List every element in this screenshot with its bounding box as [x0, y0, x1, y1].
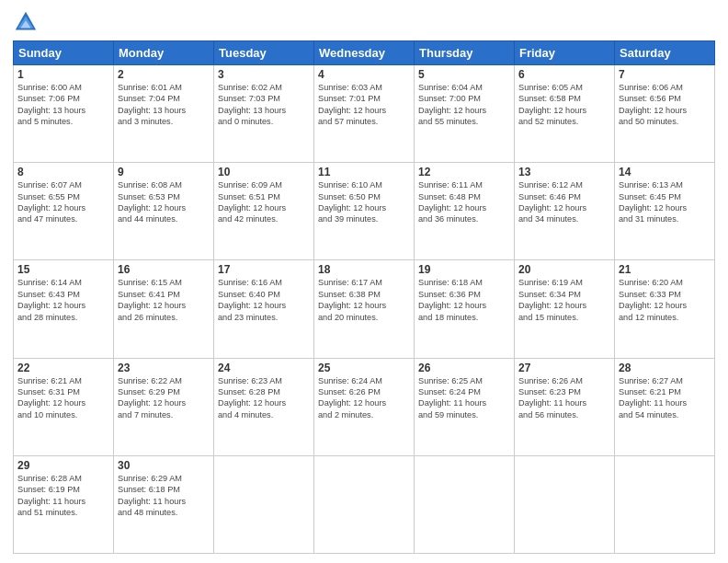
calendar-header-saturday: Saturday	[615, 41, 715, 65]
day-info: Sunrise: 6:26 AM Sunset: 6:23 PM Dayligh…	[518, 375, 610, 421]
calendar-cell: 7Sunrise: 6:06 AM Sunset: 6:56 PM Daylig…	[615, 65, 715, 163]
logo-icon	[13, 9, 39, 35]
day-number: 18	[318, 263, 410, 276]
day-info: Sunrise: 6:23 AM Sunset: 6:28 PM Dayligh…	[218, 375, 310, 421]
calendar-cell: 13Sunrise: 6:12 AM Sunset: 6:46 PM Dayli…	[515, 163, 615, 260]
day-info: Sunrise: 6:04 AM Sunset: 7:00 PM Dayligh…	[418, 82, 510, 128]
day-number: 24	[218, 362, 310, 374]
day-number: 21	[619, 263, 711, 276]
day-info: Sunrise: 6:22 AM Sunset: 6:29 PM Dayligh…	[118, 375, 210, 421]
day-info: Sunrise: 6:15 AM Sunset: 6:41 PM Dayligh…	[118, 277, 210, 323]
day-number: 22	[17, 362, 109, 374]
day-number: 1	[17, 68, 109, 81]
day-info: Sunrise: 6:11 AM Sunset: 6:48 PM Dayligh…	[418, 179, 510, 225]
day-number: 30	[118, 459, 210, 472]
calendar-cell	[615, 455, 715, 553]
day-number: 4	[318, 68, 410, 81]
calendar-cell: 29Sunrise: 6:28 AM Sunset: 6:19 PM Dayli…	[14, 455, 114, 553]
calendar-row-3: 22Sunrise: 6:21 AM Sunset: 6:31 PM Dayli…	[14, 358, 715, 455]
calendar-cell	[214, 455, 314, 553]
calendar-cell: 24Sunrise: 6:23 AM Sunset: 6:28 PM Dayli…	[214, 358, 314, 455]
day-number: 5	[418, 68, 510, 81]
day-info: Sunrise: 6:03 AM Sunset: 7:01 PM Dayligh…	[318, 82, 410, 128]
calendar-cell	[515, 455, 615, 553]
calendar-cell: 14Sunrise: 6:13 AM Sunset: 6:45 PM Dayli…	[615, 163, 715, 260]
calendar-row-0: 1Sunrise: 6:00 AM Sunset: 7:06 PM Daylig…	[14, 65, 715, 163]
page: SundayMondayTuesdayWednesdayThursdayFrid…	[0, 0, 728, 563]
day-number: 12	[418, 166, 510, 178]
day-number: 6	[518, 68, 610, 81]
calendar-header-thursday: Thursday	[415, 41, 515, 65]
calendar-cell: 4Sunrise: 6:03 AM Sunset: 7:01 PM Daylig…	[314, 65, 415, 163]
day-info: Sunrise: 6:29 AM Sunset: 6:18 PM Dayligh…	[118, 473, 210, 519]
day-number: 7	[619, 68, 711, 81]
day-info: Sunrise: 6:17 AM Sunset: 6:38 PM Dayligh…	[318, 277, 410, 323]
day-info: Sunrise: 6:00 AM Sunset: 7:06 PM Dayligh…	[17, 82, 109, 128]
day-info: Sunrise: 6:10 AM Sunset: 6:50 PM Dayligh…	[318, 179, 410, 225]
day-info: Sunrise: 6:08 AM Sunset: 6:53 PM Dayligh…	[118, 179, 210, 225]
header	[13, 9, 715, 35]
day-number: 3	[218, 68, 310, 81]
day-number: 9	[118, 166, 210, 178]
calendar-header-monday: Monday	[114, 41, 214, 65]
day-info: Sunrise: 6:07 AM Sunset: 6:55 PM Dayligh…	[17, 179, 109, 225]
calendar-cell: 28Sunrise: 6:27 AM Sunset: 6:21 PM Dayli…	[615, 358, 715, 455]
day-number: 16	[118, 263, 210, 276]
calendar-header-row: SundayMondayTuesdayWednesdayThursdayFrid…	[14, 41, 715, 65]
calendar-header-tuesday: Tuesday	[214, 41, 314, 65]
calendar-cell: 20Sunrise: 6:19 AM Sunset: 6:34 PM Dayli…	[515, 260, 615, 358]
day-info: Sunrise: 6:14 AM Sunset: 6:43 PM Dayligh…	[17, 277, 109, 323]
calendar-cell: 9Sunrise: 6:08 AM Sunset: 6:53 PM Daylig…	[114, 163, 214, 260]
calendar-cell: 10Sunrise: 6:09 AM Sunset: 6:51 PM Dayli…	[214, 163, 314, 260]
calendar-cell: 22Sunrise: 6:21 AM Sunset: 6:31 PM Dayli…	[14, 358, 114, 455]
calendar-cell: 11Sunrise: 6:10 AM Sunset: 6:50 PM Dayli…	[314, 163, 415, 260]
day-info: Sunrise: 6:25 AM Sunset: 6:24 PM Dayligh…	[418, 375, 510, 421]
calendar-cell: 23Sunrise: 6:22 AM Sunset: 6:29 PM Dayli…	[114, 358, 214, 455]
day-info: Sunrise: 6:21 AM Sunset: 6:31 PM Dayligh…	[17, 375, 109, 421]
calendar-table: SundayMondayTuesdayWednesdayThursdayFrid…	[13, 40, 715, 554]
calendar-cell: 26Sunrise: 6:25 AM Sunset: 6:24 PM Dayli…	[415, 358, 515, 455]
day-info: Sunrise: 6:09 AM Sunset: 6:51 PM Dayligh…	[218, 179, 310, 225]
calendar-cell	[415, 455, 515, 553]
day-info: Sunrise: 6:27 AM Sunset: 6:21 PM Dayligh…	[619, 375, 711, 421]
calendar-cell: 21Sunrise: 6:20 AM Sunset: 6:33 PM Dayli…	[615, 260, 715, 358]
day-number: 15	[17, 263, 109, 276]
day-info: Sunrise: 6:20 AM Sunset: 6:33 PM Dayligh…	[619, 277, 711, 323]
calendar-cell: 6Sunrise: 6:05 AM Sunset: 6:58 PM Daylig…	[515, 65, 615, 163]
day-number: 26	[418, 362, 510, 374]
day-number: 17	[218, 263, 310, 276]
day-info: Sunrise: 6:19 AM Sunset: 6:34 PM Dayligh…	[518, 277, 610, 323]
calendar-cell: 12Sunrise: 6:11 AM Sunset: 6:48 PM Dayli…	[415, 163, 515, 260]
day-info: Sunrise: 6:18 AM Sunset: 6:36 PM Dayligh…	[418, 277, 510, 323]
calendar-header-sunday: Sunday	[14, 41, 114, 65]
day-number: 11	[318, 166, 410, 178]
calendar-header-wednesday: Wednesday	[314, 41, 415, 65]
day-info: Sunrise: 6:16 AM Sunset: 6:40 PM Dayligh…	[218, 277, 310, 323]
day-info: Sunrise: 6:12 AM Sunset: 6:46 PM Dayligh…	[518, 179, 610, 225]
logo	[13, 9, 42, 35]
calendar-cell	[314, 455, 415, 553]
calendar-row-2: 15Sunrise: 6:14 AM Sunset: 6:43 PM Dayli…	[14, 260, 715, 358]
calendar-cell: 1Sunrise: 6:00 AM Sunset: 7:06 PM Daylig…	[14, 65, 114, 163]
calendar-cell: 2Sunrise: 6:01 AM Sunset: 7:04 PM Daylig…	[114, 65, 214, 163]
day-number: 25	[318, 362, 410, 374]
day-number: 2	[118, 68, 210, 81]
day-info: Sunrise: 6:01 AM Sunset: 7:04 PM Dayligh…	[118, 82, 210, 128]
day-number: 14	[619, 166, 711, 178]
calendar-cell: 3Sunrise: 6:02 AM Sunset: 7:03 PM Daylig…	[214, 65, 314, 163]
calendar-cell: 25Sunrise: 6:24 AM Sunset: 6:26 PM Dayli…	[314, 358, 415, 455]
calendar-row-4: 29Sunrise: 6:28 AM Sunset: 6:19 PM Dayli…	[14, 455, 715, 553]
calendar-header-friday: Friday	[515, 41, 615, 65]
day-number: 28	[619, 362, 711, 374]
calendar-row-1: 8Sunrise: 6:07 AM Sunset: 6:55 PM Daylig…	[14, 163, 715, 260]
day-info: Sunrise: 6:13 AM Sunset: 6:45 PM Dayligh…	[619, 179, 711, 225]
day-info: Sunrise: 6:28 AM Sunset: 6:19 PM Dayligh…	[17, 473, 109, 519]
day-number: 10	[218, 166, 310, 178]
day-number: 29	[17, 459, 109, 472]
calendar-cell: 18Sunrise: 6:17 AM Sunset: 6:38 PM Dayli…	[314, 260, 415, 358]
day-number: 19	[418, 263, 510, 276]
day-number: 23	[118, 362, 210, 374]
calendar-cell: 30Sunrise: 6:29 AM Sunset: 6:18 PM Dayli…	[114, 455, 214, 553]
day-number: 20	[518, 263, 610, 276]
calendar-cell: 5Sunrise: 6:04 AM Sunset: 7:00 PM Daylig…	[415, 65, 515, 163]
